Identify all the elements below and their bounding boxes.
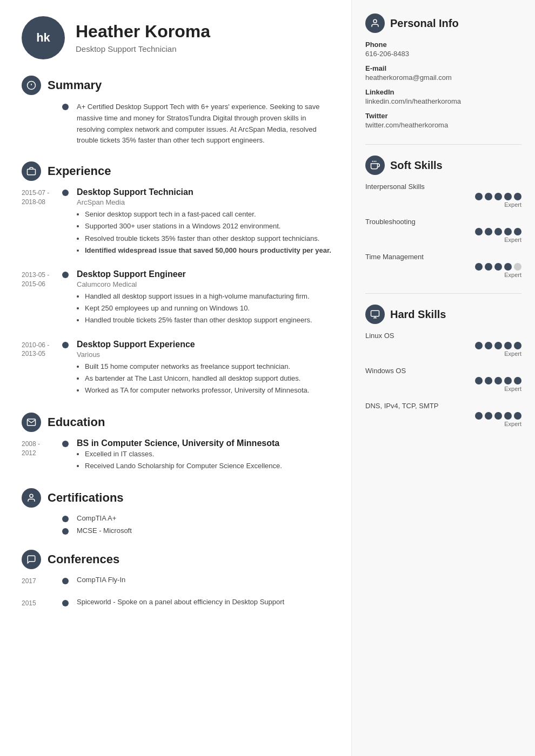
exp-title-1: Desktop Support Technician [77, 187, 335, 197]
left-column: hk Heather Koroma Desktop Support Techni… [0, 0, 351, 756]
svg-rect-3 [28, 169, 36, 175]
svg-point-5 [373, 19, 377, 23]
list-item: Resolved trouble tickets 35% faster than… [85, 234, 335, 244]
skill-dot [514, 263, 521, 271]
skill-dot [475, 228, 483, 235]
conf-content-2: Spiceworld - Spoke on a panel about effi… [77, 598, 335, 608]
conferences-header: Conferences [16, 550, 335, 569]
skill-dot [504, 193, 512, 200]
exp-bullets-3: Built 15 home computer networks as freel… [77, 362, 335, 396]
skill-name-dns: DNS, IPv4, TCP, SMTP [365, 402, 521, 410]
soft-skills-title: Soft Skills [390, 159, 443, 172]
summary-icon [22, 76, 41, 95]
skill-dots-dns [365, 412, 521, 420]
list-item: Worked as TA for computer networks profe… [85, 386, 335, 395]
skill-dot [494, 193, 502, 200]
edu-date-1: 2008 -2012 [22, 438, 62, 473]
skill-linux: Linux OS Expert [365, 332, 521, 357]
table-row: 2010-06 -2013-05 Desktop Support Experie… [22, 340, 335, 398]
skill-troubleshooting: Troubleshooting Expert [365, 218, 521, 243]
skill-dots-troubleshooting [365, 228, 521, 235]
skill-windows: Windows OS Expert [365, 367, 521, 392]
list-item: Built 15 home computer networks as freel… [85, 362, 335, 372]
candidate-title: Desktop Support Technician [76, 44, 210, 53]
skill-dot [494, 263, 502, 271]
list-item: Kept 250 employees up and running on Win… [85, 303, 335, 313]
skill-dot [514, 228, 521, 235]
resume-container: hk Heather Koroma Desktop Support Techni… [0, 0, 535, 756]
skill-name-time: Time Management [365, 253, 521, 261]
experience-timeline: 2015-07 -2018-08 Desktop Support Technic… [16, 187, 335, 397]
list-item: Handled all desktop support issues in a … [85, 292, 335, 301]
education-header: Education [16, 413, 335, 432]
phone-field: Phone 616-206-8483 [365, 40, 521, 58]
list-item: Handled trouble tickets 25% faster than … [85, 315, 335, 325]
summary-body: A+ Certified Desktop Support Tech with 6… [16, 102, 335, 146]
hard-skills-icon [365, 305, 385, 324]
skill-dot [475, 412, 483, 420]
avatar: hk [22, 16, 65, 59]
svg-point-4 [30, 495, 33, 498]
table-row: 2017 CompTIA Fly-In [22, 576, 335, 586]
conf-dot-2 [62, 600, 69, 606]
divider-1 [365, 144, 521, 145]
email-label: E-mail [365, 64, 521, 72]
experience-section: Experience 2015-07 -2018-08 Desktop Supp… [16, 161, 335, 397]
skill-dot [504, 263, 512, 271]
conf-text-1: CompTIA Fly-In [77, 576, 335, 584]
hard-skills-title: Hard Skills [390, 308, 446, 321]
skill-dots-interpersonal [365, 193, 521, 200]
experience-title: Experience [48, 164, 111, 178]
personal-info-title: Personal Info [390, 17, 459, 30]
header-text: Heather Koroma Desktop Support Technicia… [76, 22, 210, 53]
skill-label-troubleshooting: Expert [365, 237, 521, 243]
skill-label-windows: Expert [365, 386, 521, 392]
experience-header: Experience [16, 161, 335, 181]
table-row: 2015-07 -2018-08 Desktop Support Technic… [22, 187, 335, 258]
skill-dot [485, 228, 492, 235]
skill-name-interpersonal: Interpersonal Skills [365, 183, 521, 191]
cert-text-2: MCSE - Microsoft [77, 526, 132, 535]
conferences-title: Conferences [48, 552, 119, 566]
summary-title: Summary [48, 78, 102, 92]
twitter-label: Twitter [365, 112, 521, 120]
skill-dot [475, 377, 483, 384]
summary-text: A+ Certified Desktop Support Tech with 6… [77, 102, 335, 146]
twitter-value: twitter.com/heatherkoroma [365, 121, 521, 129]
edu-dot-1 [62, 441, 69, 447]
summary-section: Summary A+ Certified Desktop Support Tec… [16, 76, 335, 146]
skill-label-linux: Expert [365, 350, 521, 357]
list-item: Identified widespread issue that saved 5… [85, 246, 335, 255]
edu-bullets-1: Excelled in IT classes. Received Lando S… [77, 449, 335, 471]
exp-bullets-1: Senior desktop support tech in a fast-pa… [77, 210, 335, 255]
skill-interpersonal: Interpersonal Skills Expert [365, 183, 521, 208]
phone-value: 616-206-8483 [365, 50, 521, 58]
skill-dot [514, 193, 521, 200]
soft-skills-section: Soft Skills Interpersonal Skills Expert … [365, 156, 521, 278]
right-column: Personal Info Phone 616-206-8483 E-mail … [351, 0, 535, 756]
list-item: MCSE - Microsoft [16, 526, 335, 535]
certifications-header: Certifications [16, 488, 335, 508]
soft-skills-header: Soft Skills [365, 156, 521, 175]
edu-content-1: BS in Computer Science, University of Mi… [77, 438, 335, 473]
exp-dot-3 [62, 342, 69, 348]
phone-label: Phone [365, 40, 521, 49]
skill-dot [494, 377, 502, 384]
exp-company-3: Various [77, 350, 335, 359]
summary-spacer [22, 102, 62, 146]
list-item: Excelled in IT classes. [85, 449, 335, 459]
skill-dot [485, 412, 492, 420]
conf-dot-1 [62, 578, 69, 584]
conf-date-1: 2017 [22, 576, 62, 586]
skill-dots-windows [365, 377, 521, 384]
exp-content-1: Desktop Support Technician ArcSpan Media… [77, 187, 335, 258]
skill-dot [485, 342, 492, 349]
personal-info-icon [365, 14, 385, 33]
table-row: 2015 Spiceworld - Spoke on a panel about… [22, 598, 335, 608]
hard-skills-header: Hard Skills [365, 305, 521, 324]
list-item: CompTIA A+ [16, 514, 335, 522]
skill-dot [504, 412, 512, 420]
education-icon [22, 413, 41, 432]
skill-dot [494, 228, 502, 235]
skill-dot [485, 263, 492, 271]
